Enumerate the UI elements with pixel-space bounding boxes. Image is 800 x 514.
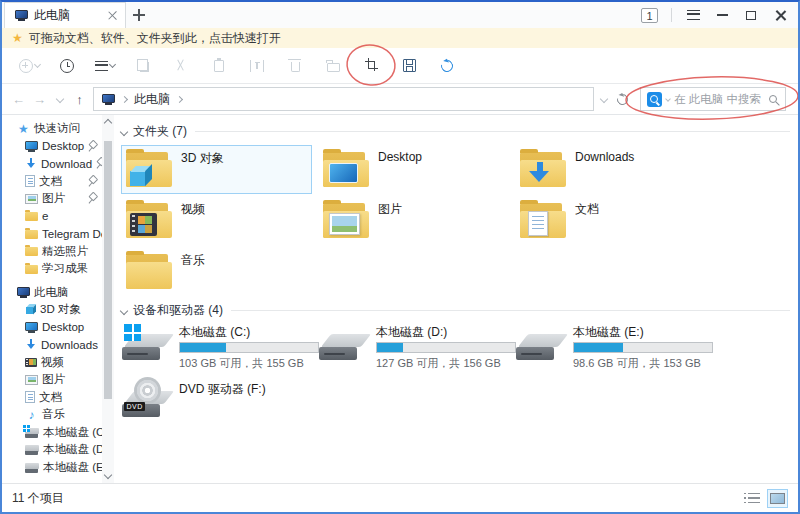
folder-item-music[interactable]: 音乐 — [121, 247, 312, 296]
sidebar-item-music[interactable]: 音乐 — [2, 406, 102, 424]
notice-bar[interactable]: 可拖动文档、软件、文件夹到此，点击快速打开 — [2, 28, 798, 48]
folder-item-videos[interactable]: 视频 — [121, 196, 312, 245]
refresh-button[interactable] — [436, 54, 458, 78]
caret-icon — [33, 61, 40, 68]
close-button[interactable] — [772, 7, 788, 23]
scrollbar-thumb[interactable] — [104, 141, 112, 399]
address-input[interactable]: 此电脑 — [93, 87, 594, 111]
folder-icon — [25, 230, 38, 239]
picture-icon — [25, 194, 38, 204]
drive-item-d[interactable]: 本地磁盘 (D:) 127 GB 可用，共 156 GB — [318, 324, 512, 381]
maximize-button[interactable] — [743, 7, 759, 23]
dvd-drive-icon: DVD — [121, 381, 171, 421]
section-folders[interactable]: 文件夹 (7) — [121, 123, 790, 140]
history-dropdown[interactable] — [50, 96, 69, 102]
tab-this-pc[interactable]: 此电脑 — [4, 2, 126, 28]
sidebar-item-selected-photos[interactable]: 精选照片 — [2, 243, 102, 261]
history-button[interactable] — [56, 54, 78, 78]
sidebar-item-pictures[interactable]: 图片 — [2, 371, 102, 389]
address-dropdown[interactable] — [594, 96, 613, 102]
folder-desktop-icon — [323, 149, 369, 187]
capacity-bar — [376, 342, 516, 353]
star-icon — [17, 122, 30, 135]
sidebar-item-e[interactable]: e — [2, 208, 102, 226]
sidebar-item-downloads[interactable]: Downloads — [2, 336, 102, 354]
address-refresh-button[interactable] — [613, 94, 632, 105]
save-button[interactable] — [398, 54, 420, 78]
chevron-down-icon[interactable] — [120, 306, 128, 314]
new-tab-button[interactable] — [126, 2, 152, 28]
folder-item-pictures[interactable]: 图片 — [318, 196, 509, 245]
chevron-down-icon — [55, 95, 63, 103]
chevron-down-icon — [665, 96, 671, 102]
rename-button — [246, 54, 268, 78]
folder-item-downloads[interactable]: Downloads — [515, 145, 706, 194]
folder-item-desktop[interactable]: Desktop — [318, 145, 509, 194]
sidebar-item-study-results[interactable]: 学习成果 — [2, 260, 102, 278]
picture-icon — [25, 375, 38, 385]
thumbnails-view-button[interactable] — [767, 489, 788, 508]
sidebar-item-desktop[interactable]: Desktop — [2, 319, 102, 337]
sidebar-item-3d-objects[interactable]: 3D 对象 — [2, 301, 102, 319]
search-input[interactable] — [674, 93, 765, 105]
folder-item-3d-objects[interactable]: 3D 对象 — [121, 145, 312, 194]
folder-icon — [25, 247, 38, 256]
disk-icon — [318, 324, 368, 364]
scissors-icon — [175, 59, 188, 72]
crop-button[interactable] — [360, 54, 382, 78]
breadcrumb[interactable]: 此电脑 — [134, 91, 170, 108]
new-item-icon — [19, 59, 33, 73]
trash-icon — [291, 62, 300, 72]
drive-item-e[interactable]: 本地磁盘 (E:) 98.6 GB 可用，共 153 GB — [515, 324, 709, 381]
forward-button[interactable]: → — [29, 92, 50, 107]
sidebar-item-pictures-pinned[interactable]: 图片 — [2, 190, 102, 208]
minimize-button[interactable] — [714, 7, 730, 23]
scroll-down-icon[interactable] — [104, 471, 112, 479]
up-button[interactable]: ↑ — [69, 92, 90, 107]
drive-item-dvd[interactable]: DVD DVD 驱动器 (F:) — [121, 381, 315, 438]
sidebar-item-telegram[interactable]: Telegram De — [2, 225, 102, 243]
pin-icon — [88, 193, 97, 204]
sidebar-item-documents-pinned[interactable]: 文档 — [2, 173, 102, 191]
chevron-down-icon[interactable] — [120, 127, 128, 135]
disk-windows-icon — [121, 324, 171, 364]
details-view-button[interactable] — [741, 489, 762, 508]
computer-icon — [15, 10, 28, 19]
divider — [671, 8, 672, 22]
section-drives[interactable]: 设备和驱动器 (4) — [121, 302, 790, 319]
sidebar-item-videos[interactable]: 视频 — [2, 354, 102, 372]
sidebar-item-this-pc[interactable]: 此电脑 — [2, 284, 102, 302]
view-options-button[interactable] — [94, 54, 116, 78]
sidebar-item-disk-d[interactable]: 本地磁盘 (D:) — [2, 441, 102, 459]
computer-icon — [17, 287, 30, 296]
sidebar-item-documents[interactable]: 文档 — [2, 389, 102, 407]
menu-button[interactable] — [685, 7, 701, 23]
sidebar-scrollbar[interactable] — [102, 115, 114, 483]
tab-count-badge[interactable]: 1 — [641, 8, 658, 23]
sidebar-item-disk-c[interactable]: 本地磁盘 (C:) — [2, 424, 102, 442]
section-title: 设备和驱动器 (4) — [133, 302, 223, 319]
maximize-icon — [746, 11, 756, 20]
folder-pictures-icon — [323, 200, 369, 238]
search-icon[interactable] — [769, 95, 777, 103]
sidebar-item-download-pinned[interactable]: Download — [2, 155, 102, 173]
cube-icon — [26, 307, 33, 314]
scroll-up-icon[interactable] — [104, 119, 112, 127]
toolbar — [2, 48, 798, 84]
sidebar-item-quick-access[interactable]: 快速访问 — [2, 120, 102, 138]
tab-close-icon[interactable] — [108, 11, 117, 20]
download-icon — [25, 158, 37, 170]
chevron-right-icon — [176, 95, 183, 102]
folders-grid: 3D 对象 Desktop Downloads 视频 图片 — [121, 145, 790, 296]
drive-item-c[interactable]: 本地磁盘 (C:) 103 GB 可用，共 155 GB — [121, 324, 315, 381]
search-box[interactable] — [640, 87, 786, 111]
monitor-icon — [25, 141, 38, 150]
divider — [195, 131, 790, 132]
copy-icon — [140, 62, 149, 72]
back-button[interactable]: ← — [8, 92, 29, 107]
sidebar-item-disk-e[interactable]: 本地磁盘 (E:) — [2, 459, 102, 477]
folder-item-documents[interactable]: 文档 — [515, 196, 706, 245]
hamburger-icon — [687, 10, 700, 20]
sidebar-item-desktop-pinned[interactable]: Desktop — [2, 138, 102, 156]
minimize-icon — [717, 14, 728, 16]
